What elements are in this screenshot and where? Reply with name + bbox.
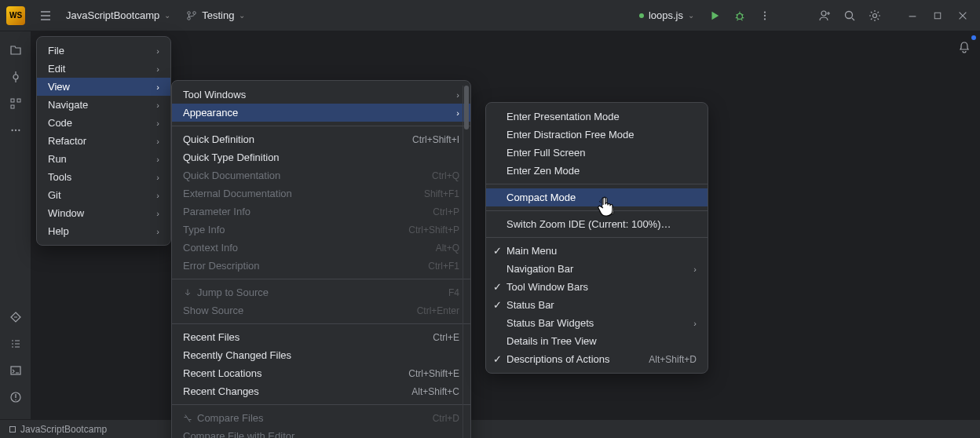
shortcut-label: F4 [448, 287, 459, 298]
chevron-right-icon: › [156, 173, 159, 182]
menu-item[interactable]: Window› [37, 204, 170, 222]
menu-item[interactable]: ✓Descriptions of ActionsAlt+Shift+D [486, 350, 708, 368]
check-icon: ✓ [491, 353, 503, 365]
menu-item: External DocumentationShift+F1 [172, 184, 470, 203]
menu-item: Parameter InfoCtrl+P [172, 203, 470, 221]
terminal-tool-icon[interactable] [6, 361, 25, 380]
search-icon[interactable] [839, 5, 861, 27]
menu-item[interactable]: Status Bar Widgets› [486, 314, 708, 332]
hamburger-icon[interactable] [35, 5, 57, 27]
svg-rect-10 [934, 13, 941, 19]
menu-item[interactable]: Quick Type Definition [172, 148, 470, 166]
services-tool-icon[interactable] [6, 308, 25, 327]
shortcut-label: Shift+F1 [424, 188, 459, 199]
menu-item[interactable]: Tools› [37, 168, 170, 186]
add-user-icon[interactable] [814, 5, 836, 27]
svg-point-15 [11, 130, 13, 131]
menu-item[interactable]: Recent LocationsCtrl+Shift+E [172, 364, 470, 382]
menu-item[interactable]: Details in Tree View [486, 332, 708, 350]
menu-item[interactable]: Compact Mode [486, 188, 708, 206]
shortcut-label: Ctrl+Shift+I [412, 134, 459, 145]
run-config[interactable]: loops.js ⌄ [633, 6, 700, 24]
jump-icon [183, 288, 192, 297]
menu-item[interactable]: Enter Zen Mode [486, 162, 708, 180]
menu-item: Compare FilesCtrl+D [172, 409, 470, 427]
chevron-right-icon: › [156, 82, 159, 92]
vcs-branch[interactable]: Testing ⌄ [180, 6, 251, 24]
svg-point-1 [188, 16, 191, 20]
todo-tool-icon[interactable] [6, 334, 25, 353]
structure-tool-icon[interactable] [6, 94, 25, 113]
close-button[interactable] [952, 5, 974, 27]
shortcut-label: Alt+Shift+D [649, 354, 697, 365]
run-button[interactable] [704, 5, 726, 27]
menu-item: Context InfoAlt+Q [172, 239, 470, 257]
more-tools-icon[interactable] [6, 121, 25, 140]
menu-item[interactable]: Recent ChangesAlt+Shift+C [172, 382, 470, 400]
menu-item[interactable]: Navigate› [37, 96, 170, 114]
maximize-button[interactable] [927, 5, 949, 27]
config-name: Testing [202, 9, 234, 21]
menu-item[interactable]: Recent FilesCtrl+E [172, 328, 470, 346]
menu-item[interactable]: ✓Tool Window Bars [486, 278, 708, 296]
menu-item[interactable]: Appearance› [172, 104, 470, 122]
shortcut-label: Alt+Shift+C [411, 386, 459, 397]
menu-item[interactable]: Edit› [37, 60, 170, 78]
shortcut-label: Ctrl+Enter [417, 305, 459, 316]
shortcut-label: Ctrl+D [433, 413, 459, 424]
shortcut-label: Ctrl+Shift+P [408, 224, 459, 235]
settings-icon[interactable] [864, 5, 886, 27]
menu-item[interactable]: ✓Main Menu [486, 242, 708, 260]
project-selector[interactable]: JavaScriptBootcamp ⌄ [60, 6, 177, 24]
menu-item[interactable]: Switch Zoom IDE (Current: 100%)… [486, 215, 708, 233]
menu-item[interactable]: Recently Changed Files [172, 346, 470, 364]
svg-point-7 [821, 11, 826, 16]
minimize-button[interactable] [901, 5, 923, 27]
svg-point-6 [764, 18, 766, 20]
menu-item[interactable]: ✓Status Bar [486, 296, 708, 314]
debug-button[interactable] [729, 5, 751, 27]
chevron-right-icon: › [156, 191, 159, 200]
chevron-right-icon: › [456, 90, 459, 100]
svg-rect-13 [17, 99, 20, 102]
problems-tool-icon[interactable] [6, 388, 25, 407]
project-tool-icon[interactable] [6, 41, 25, 60]
menu-item[interactable]: Navigation Bar› [486, 260, 708, 278]
chevron-right-icon: › [156, 227, 159, 236]
menu-item[interactable]: Run› [37, 150, 170, 168]
svg-point-2 [193, 11, 196, 14]
shortcut-label: Alt+Q [436, 243, 459, 254]
scrollbar-thumb[interactable] [464, 86, 469, 130]
shortcut-label: Ctrl+P [433, 206, 459, 217]
menu-item[interactable]: Git› [37, 186, 170, 204]
menu-item[interactable]: Help› [37, 222, 170, 240]
shortcut-label: Ctrl+Q [432, 170, 459, 181]
menu-item: Compare File with Editor [172, 427, 470, 438]
menu-item[interactable]: Refactor› [37, 132, 170, 150]
menu-item[interactable]: View› [37, 78, 170, 96]
menu-item[interactable]: Quick DefinitionCtrl+Shift+I [172, 130, 470, 148]
menu-item: Quick DocumentationCtrl+Q [172, 166, 470, 184]
menu-item[interactable]: Enter Distraction Free Mode [486, 126, 708, 144]
commit-tool-icon[interactable] [6, 68, 25, 86]
menu-item[interactable]: File› [37, 42, 170, 60]
notifications-icon[interactable] [953, 36, 975, 58]
menu-item[interactable]: Enter Presentation Mode [486, 108, 708, 126]
more-actions-button[interactable] [754, 5, 776, 27]
svg-point-3 [737, 13, 743, 19]
chevron-right-icon: › [156, 209, 159, 218]
view-submenu-popup: Tool Windows›Appearance›Quick Definition… [171, 80, 471, 438]
menu-item[interactable]: Code› [37, 114, 170, 132]
menu-item[interactable]: Tool Windows› [172, 86, 470, 104]
chevron-right-icon: › [693, 319, 697, 328]
menu-item: Show SourceCtrl+Enter [172, 301, 470, 319]
svg-point-17 [18, 130, 20, 131]
separator [172, 126, 470, 126]
separator [172, 323, 470, 324]
menu-item[interactable]: Enter Full Screen [486, 144, 708, 162]
app-icon: WS [6, 6, 25, 25]
svg-rect-14 [11, 105, 14, 108]
chevron-down-icon: ⌄ [688, 11, 694, 20]
check-icon: ✓ [491, 299, 503, 311]
svg-point-8 [846, 11, 853, 18]
